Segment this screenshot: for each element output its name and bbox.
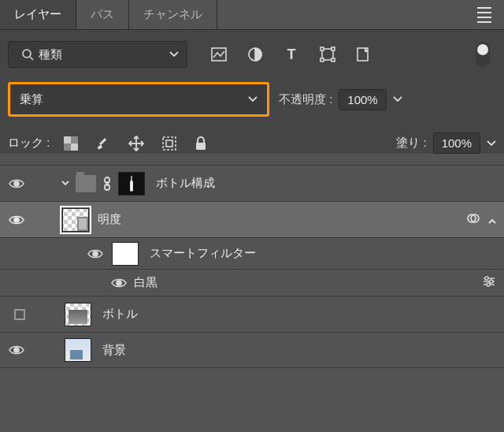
link-icon (101, 177, 113, 191)
mask-thumbnail[interactable] (118, 172, 145, 196)
layer-thumbnail[interactable] (65, 303, 91, 326)
svg-point-30 (117, 281, 121, 285)
svg-rect-13 (71, 143, 78, 151)
svg-line-1 (30, 57, 33, 60)
filter-name[interactable]: 白黒 (134, 275, 482, 290)
visibility-toggle[interactable] (5, 214, 28, 225)
lock-move-icon[interactable] (128, 136, 144, 151)
chevron-down-icon (169, 51, 179, 58)
svg-rect-26 (79, 218, 87, 229)
svg-rect-18 (166, 140, 172, 147)
visibility-toggle-off[interactable] (5, 309, 28, 320)
layer-filter-label: 種類 (39, 47, 62, 62)
chevron-down-icon[interactable] (60, 181, 71, 186)
fill-chevron[interactable] (487, 140, 496, 147)
svg-rect-7 (332, 47, 335, 50)
svg-point-35 (490, 280, 493, 283)
svg-point-37 (14, 348, 19, 352)
svg-rect-6 (321, 47, 324, 50)
svg-point-20 (14, 181, 19, 186)
svg-point-0 (23, 50, 31, 58)
opacity-chevron[interactable] (393, 96, 402, 102)
svg-rect-14 (99, 138, 106, 145)
fill-label: 塗り : (396, 136, 426, 151)
filter-shape-icon[interactable] (317, 43, 339, 65)
opacity-label: 不透明度 : (279, 92, 332, 107)
visibility-toggle[interactable] (83, 248, 107, 259)
layer-row[interactable]: 背景 (0, 332, 504, 368)
layer-thumbnail[interactable] (65, 338, 91, 362)
svg-rect-12 (64, 136, 71, 143)
svg-point-24 (14, 218, 19, 222)
search-icon (17, 43, 39, 65)
layer-bw-filter-row[interactable]: 白黒 (0, 269, 504, 296)
tab-layers[interactable]: レイヤー (0, 0, 76, 29)
svg-point-29 (93, 251, 98, 256)
blend-mode-combo[interactable]: 乗算 (8, 82, 269, 117)
smartfilter-icon (466, 211, 480, 228)
opacity-value[interactable]: 100% (339, 89, 386, 110)
visibility-toggle[interactable] (5, 344, 28, 356)
layer-thumbnail[interactable] (60, 206, 91, 234)
layer-name[interactable]: 明度 (98, 212, 466, 227)
layer-group-row[interactable]: ボトル構成 (0, 165, 504, 201)
svg-point-34 (485, 277, 488, 280)
layer-name[interactable]: ボトル構成 (156, 176, 496, 191)
filter-adjustment-icon[interactable] (244, 43, 266, 65)
filter-smartobject-icon[interactable] (353, 43, 375, 65)
layer-name[interactable]: ボトル (102, 307, 496, 322)
filter-type-icon[interactable]: T (280, 43, 302, 65)
tab-paths[interactable]: パス (76, 0, 129, 29)
panel-menu-icon[interactable] (477, 7, 491, 23)
visibility-toggle[interactable] (5, 178, 28, 189)
folder-icon (76, 175, 96, 192)
blend-mode-value: 乗算 (20, 92, 43, 107)
layer-row-selected[interactable]: 明度 (0, 201, 504, 237)
filter-mask-thumbnail[interactable] (112, 242, 139, 266)
svg-point-36 (487, 283, 490, 286)
fill-value[interactable]: 100% (433, 132, 480, 154)
tab-channels[interactable]: チャンネル (129, 0, 217, 29)
chevron-up-icon[interactable] (488, 213, 496, 226)
lock-artboard-icon[interactable] (161, 136, 177, 151)
layer-row[interactable]: ボトル (0, 296, 504, 332)
filter-settings-icon[interactable] (482, 276, 496, 289)
layer-name: スマートフィルター (150, 246, 496, 261)
svg-text:T: T (287, 47, 296, 61)
lock-all-icon[interactable] (195, 136, 207, 151)
svg-rect-8 (321, 58, 324, 61)
svg-rect-19 (196, 143, 206, 150)
layer-name[interactable]: 背景 (102, 343, 496, 358)
lock-brush-icon[interactable] (95, 136, 111, 151)
filter-pixel-icon[interactable] (208, 43, 230, 65)
layer-smartfilter-row[interactable]: スマートフィルター (0, 237, 504, 269)
svg-rect-9 (332, 58, 335, 61)
lock-label: ロック : (8, 136, 50, 151)
empty-checkbox-icon (14, 309, 25, 320)
layer-filter-combo[interactable]: 種類 (8, 41, 187, 68)
layers-list: ボトル構成 明度 スマートフィルター (0, 165, 504, 368)
visibility-toggle[interactable] (107, 277, 131, 289)
filter-toggle[interactable] (476, 42, 490, 67)
chevron-down-icon (248, 96, 258, 102)
lock-transparency-icon[interactable] (64, 136, 78, 151)
